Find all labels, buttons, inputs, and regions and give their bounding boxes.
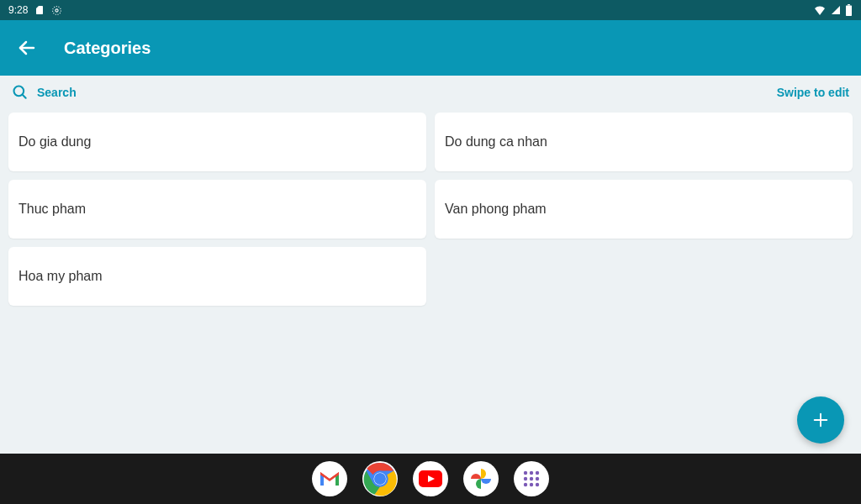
svg-point-22	[530, 483, 533, 486]
chrome-app-icon[interactable]	[362, 461, 398, 496]
search-icon	[12, 84, 29, 101]
categories-grid: Do gia dung Do dung ca nhan Thuc pham Va…	[0, 108, 861, 311]
svg-point-16	[530, 471, 533, 475]
category-card[interactable]: Hoa my pham	[8, 247, 426, 306]
svg-point-23	[536, 483, 539, 486]
page-title: Categories	[64, 39, 151, 58]
category-name: Do gia dung	[18, 134, 91, 149]
nav-dock	[0, 454, 861, 504]
svg-point-13	[374, 473, 386, 485]
svg-point-21	[524, 483, 527, 486]
app-drawer-icon[interactable]	[514, 461, 549, 496]
svg-rect-3	[848, 4, 850, 5]
category-card[interactable]: Thuc pham	[8, 180, 426, 239]
category-card[interactable]: Van phong pham	[435, 180, 853, 239]
gmail-app-icon[interactable]	[312, 461, 347, 496]
app-bar: Categories	[0, 20, 861, 76]
category-name: Hoa my pham	[18, 269, 103, 283]
wifi-icon	[813, 5, 827, 15]
svg-point-20	[536, 477, 539, 480]
battery-icon	[845, 4, 853, 16]
search-row: Search Swipe to edit	[0, 76, 861, 108]
svg-point-15	[524, 471, 527, 475]
signal-icon	[830, 5, 842, 15]
svg-point-17	[536, 471, 539, 475]
svg-point-18	[524, 477, 527, 480]
arrow-left-icon	[17, 38, 37, 58]
gear-icon	[51, 5, 62, 16]
category-name: Do dung ca nhan	[445, 134, 547, 149]
status-bar: 9:28	[0, 0, 861, 20]
sd-card-icon	[34, 5, 45, 15]
plus-icon	[811, 411, 830, 429]
svg-point-19	[530, 477, 533, 480]
search-label: Search	[37, 86, 77, 99]
category-name: Thuc pham	[18, 202, 86, 216]
search-button[interactable]: Search	[12, 84, 77, 101]
swipe-edit-label: Swipe to edit	[777, 86, 849, 99]
svg-point-1	[53, 6, 61, 14]
back-button[interactable]	[10, 31, 44, 65]
youtube-app-icon[interactable]	[413, 461, 448, 496]
category-card[interactable]: Do dung ca nhan	[435, 113, 853, 171]
svg-point-0	[55, 8, 58, 11]
category-card[interactable]: Do gia dung	[8, 113, 426, 171]
svg-line-6	[23, 95, 26, 98]
status-time: 9:28	[8, 4, 28, 16]
svg-rect-2	[846, 5, 852, 16]
category-name: Van phong pham	[445, 202, 547, 216]
photos-app-icon[interactable]	[463, 461, 499, 496]
add-button[interactable]	[797, 396, 844, 444]
